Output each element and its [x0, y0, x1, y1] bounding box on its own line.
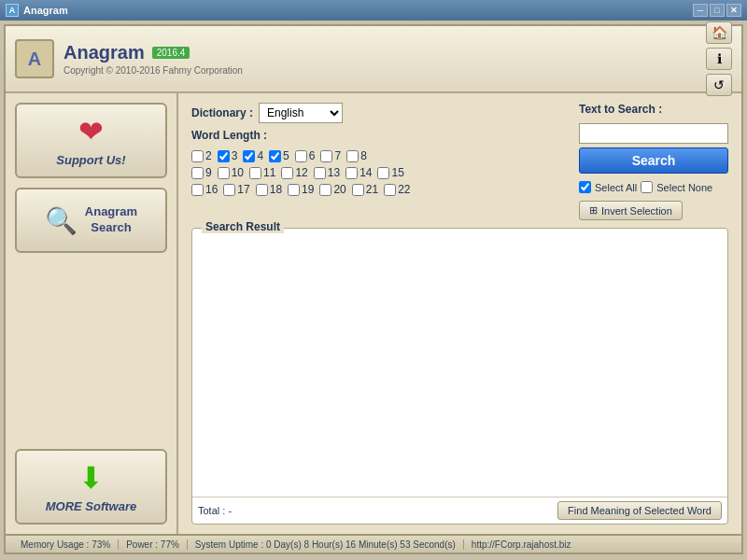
checkbox-21[interactable] — [352, 184, 364, 196]
checkbox-row-2: 9 10 11 12 13 14 15 — [191, 166, 573, 179]
checkbox-row-1: 2 3 4 5 6 7 8 — [191, 149, 573, 162]
cb-6: 6 — [295, 149, 316, 162]
cb-2: 2 — [191, 149, 212, 162]
app-name: Anagram — [63, 42, 145, 63]
checkbox-18[interactable] — [256, 184, 268, 196]
label-5: 5 — [283, 149, 289, 162]
left-controls: Dictionary : English French Spanish Germ… — [191, 103, 573, 196]
more-software-button[interactable]: ⬇ MORE Software — [15, 449, 167, 525]
checkbox-2[interactable] — [191, 150, 204, 162]
app-header-icons: 🏠 ℹ ↺ — [706, 21, 732, 96]
checkbox-6[interactable] — [295, 150, 307, 162]
search-input[interactable] — [579, 123, 728, 144]
word-length-section: Word Length : 2 3 4 5 6 7 8 9 — [191, 129, 573, 196]
checkbox-5[interactable] — [269, 150, 281, 162]
checkbox-19[interactable] — [288, 184, 300, 196]
checkbox-11[interactable] — [249, 167, 261, 179]
checkbox-12[interactable] — [281, 167, 293, 179]
main-panel: Dictionary : English French Spanish Germ… — [178, 93, 741, 534]
label-20: 20 — [333, 183, 345, 196]
label-12: 12 — [295, 166, 307, 179]
label-17: 17 — [237, 183, 249, 196]
label-8: 8 — [360, 149, 367, 162]
status-bar: Memory Usage : 73% Power : 77% System Up… — [6, 534, 741, 553]
invert-selection-button[interactable]: ⊞ Invert Selection — [579, 201, 683, 220]
maximize-button[interactable]: □ — [710, 4, 725, 17]
checkbox-7[interactable] — [320, 150, 332, 162]
app-header: A Anagram 2016.4 Copyright © 2010-2016 F… — [6, 26, 741, 93]
right-column: Text to Search : Search Select All Selec… — [579, 103, 728, 220]
cb-7: 7 — [320, 149, 341, 162]
cb-8: 8 — [346, 149, 367, 162]
top-controls: Dictionary : English French Spanish Germ… — [191, 103, 728, 220]
label-21: 21 — [366, 183, 378, 196]
word-length-label: Word Length : — [191, 129, 267, 142]
cb-17: 17 — [223, 183, 249, 196]
label-22: 22 — [398, 183, 410, 196]
cb-4: 4 — [243, 149, 263, 162]
label-11: 11 — [263, 166, 275, 179]
select-all-checkbox[interactable] — [579, 181, 591, 193]
label-19: 19 — [302, 183, 314, 196]
anagram-search-label: AnagramSearch — [85, 204, 137, 236]
select-all-label: Select All — [595, 182, 637, 193]
label-10: 10 — [232, 166, 244, 179]
cb-13: 13 — [314, 166, 340, 179]
label-16: 16 — [205, 183, 218, 196]
magnifier-icon: 🔍 — [45, 205, 78, 236]
cb-22: 22 — [384, 183, 410, 196]
minimize-button[interactable]: ─ — [693, 4, 708, 17]
cb-19: 19 — [288, 183, 314, 196]
result-area[interactable] — [196, 236, 724, 493]
app-logo: A — [15, 39, 54, 78]
cb-14: 14 — [345, 166, 372, 179]
cb-10: 10 — [218, 166, 244, 179]
label-6: 6 — [309, 149, 316, 162]
dictionary-dropdown[interactable]: English French Spanish German — [259, 103, 343, 123]
support-label: Support Us! — [56, 153, 125, 167]
power-status: Power : 77% — [119, 539, 188, 550]
checkbox-20[interactable] — [319, 184, 331, 196]
checkbox-15[interactable] — [377, 167, 389, 179]
find-meaning-button[interactable]: Find Meaning of Selected Word — [557, 501, 722, 520]
checkbox-9[interactable] — [191, 167, 204, 179]
select-none-checkbox[interactable] — [641, 181, 653, 193]
checkbox-17[interactable] — [223, 184, 235, 196]
content-area: ❤ Support Us! 🔍 AnagramSearch ⬇ MORE Sof… — [6, 93, 741, 534]
memory-status: Memory Usage : 73% — [13, 539, 119, 550]
invert-label: Invert Selection — [601, 205, 672, 217]
heart-icon: ❤ — [78, 114, 104, 149]
support-button[interactable]: ❤ Support Us! — [15, 103, 167, 178]
checkbox-10[interactable] — [218, 167, 230, 179]
checkbox-13[interactable] — [314, 167, 326, 179]
home-button[interactable]: 🏠 — [706, 21, 732, 44]
checkbox-8[interactable] — [346, 150, 359, 162]
sidebar: ❤ Support Us! 🔍 AnagramSearch ⬇ MORE Sof… — [6, 93, 178, 534]
cb-9: 9 — [191, 166, 212, 179]
app-version: 2016.4 — [152, 47, 190, 59]
cb-11: 11 — [249, 166, 275, 179]
url-status: http://FCorp.rajahost.biz — [464, 539, 579, 550]
window-controls[interactable]: ─ □ ✕ — [693, 4, 741, 17]
dictionary-label: Dictionary : — [191, 106, 253, 119]
search-button[interactable]: Search — [579, 147, 728, 174]
label-9: 9 — [205, 166, 212, 179]
checkbox-4[interactable] — [243, 150, 255, 162]
cb-21: 21 — [352, 183, 378, 196]
checkbox-3[interactable] — [218, 150, 230, 162]
anagram-search-button[interactable]: 🔍 AnagramSearch — [15, 188, 167, 253]
uptime-status: System Uptime : 0 Day(s) 8 Hour(s) 16 Mi… — [188, 539, 464, 550]
close-button[interactable]: ✕ — [726, 4, 741, 17]
checkbox-16[interactable] — [191, 184, 204, 196]
cb-12: 12 — [281, 166, 307, 179]
label-7: 7 — [334, 149, 341, 162]
app-copyright: Copyright © 2010-2016 Fahmy Corporation — [63, 65, 706, 76]
checkbox-22[interactable] — [384, 184, 396, 196]
label-14: 14 — [359, 166, 372, 179]
app-title-area: Anagram 2016.4 Copyright © 2010-2016 Fah… — [63, 42, 706, 76]
checkbox-14[interactable] — [345, 167, 358, 179]
text-to-search-label: Text to Search : — [579, 103, 662, 116]
info-button[interactable]: ℹ — [706, 48, 732, 70]
cb-16: 16 — [191, 183, 218, 196]
cb-18: 18 — [256, 183, 282, 196]
